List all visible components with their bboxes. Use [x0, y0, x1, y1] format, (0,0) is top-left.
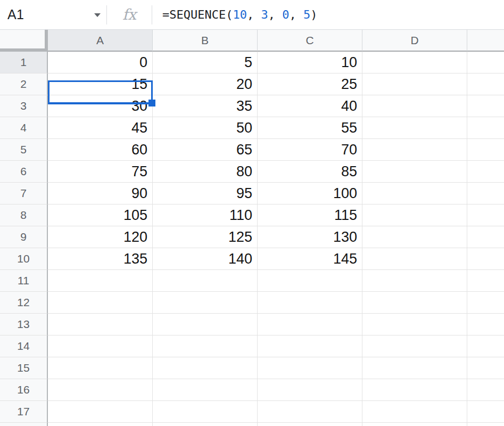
- cell-C1[interactable]: 10: [258, 52, 362, 73]
- cell-partial-9[interactable]: [467, 226, 504, 248]
- cell-A16[interactable]: [48, 379, 153, 401]
- row-header-17[interactable]: 17: [0, 401, 48, 423]
- cell-C15[interactable]: [258, 357, 362, 379]
- cell-C2[interactable]: 25: [258, 73, 362, 95]
- cell-D1[interactable]: [362, 52, 467, 73]
- column-header-b[interactable]: B: [153, 30, 258, 52]
- row-header-11[interactable]: 11: [0, 270, 48, 292]
- cell-D14[interactable]: [362, 335, 467, 357]
- cell-partial-2[interactable]: [467, 73, 504, 95]
- cell-B15[interactable]: [153, 357, 258, 379]
- row-header-14[interactable]: 14: [0, 335, 48, 357]
- cell-B5[interactable]: 65: [153, 139, 258, 161]
- cell-C8[interactable]: 115: [258, 204, 362, 226]
- cell-D6[interactable]: [362, 161, 467, 183]
- cell-partial-11[interactable]: [467, 270, 504, 292]
- cell-D13[interactable]: [362, 314, 467, 335]
- cell-A17[interactable]: [48, 401, 153, 423]
- row-header-9[interactable]: 9: [0, 226, 48, 248]
- chevron-down-icon[interactable]: [94, 13, 101, 17]
- row-header-13[interactable]: 13: [0, 314, 48, 335]
- cell-partial[interactable]: [48, 423, 153, 426]
- cell-C11[interactable]: [258, 270, 362, 292]
- row-header-7[interactable]: 7: [0, 183, 48, 204]
- cell-partial[interactable]: [467, 423, 504, 426]
- row-header-partial[interactable]: [0, 423, 48, 426]
- cell-B16[interactable]: [153, 379, 258, 401]
- cell-D7[interactable]: [362, 183, 467, 204]
- cell-B10[interactable]: 140: [153, 248, 258, 270]
- cell-B11[interactable]: [153, 270, 258, 292]
- cell-A10[interactable]: 135: [48, 248, 153, 270]
- cell-B4[interactable]: 50: [153, 117, 258, 139]
- cell-C5[interactable]: 70: [258, 139, 362, 161]
- cell-partial-15[interactable]: [467, 357, 504, 379]
- cell-partial-5[interactable]: [467, 139, 504, 161]
- cell-A11[interactable]: [48, 270, 153, 292]
- cell-B13[interactable]: [153, 314, 258, 335]
- cell-B6[interactable]: 80: [153, 161, 258, 183]
- cell-B14[interactable]: [153, 335, 258, 357]
- cell-D3[interactable]: [362, 95, 467, 117]
- cell-partial-16[interactable]: [467, 379, 504, 401]
- cell-C17[interactable]: [258, 401, 362, 423]
- cell-D12[interactable]: [362, 292, 467, 314]
- cell-A4[interactable]: 45: [48, 117, 153, 139]
- row-header-10[interactable]: 10: [0, 248, 48, 270]
- cell-D17[interactable]: [362, 401, 467, 423]
- cell-B8[interactable]: 110: [153, 204, 258, 226]
- cell-C14[interactable]: [258, 335, 362, 357]
- cell-A12[interactable]: [48, 292, 153, 314]
- cell-D9[interactable]: [362, 226, 467, 248]
- formula-input[interactable]: =SEQUENCE(10, 3, 0, 5): [152, 0, 504, 29]
- cell-B3[interactable]: 35: [153, 95, 258, 117]
- cell-A8[interactable]: 105: [48, 204, 153, 226]
- column-header-c[interactable]: C: [258, 30, 362, 52]
- cell-A3[interactable]: 30: [48, 95, 153, 117]
- cell-D5[interactable]: [362, 139, 467, 161]
- row-header-15[interactable]: 15: [0, 357, 48, 379]
- cell-C12[interactable]: [258, 292, 362, 314]
- cell-partial-6[interactable]: [467, 161, 504, 183]
- cell-A7[interactable]: 90: [48, 183, 153, 204]
- cell-B17[interactable]: [153, 401, 258, 423]
- cell-C7[interactable]: 100: [258, 183, 362, 204]
- cell-D2[interactable]: [362, 73, 467, 95]
- cell-D10[interactable]: [362, 248, 467, 270]
- column-header-a[interactable]: A: [48, 30, 153, 52]
- cell-partial-4[interactable]: [467, 117, 504, 139]
- cell-partial[interactable]: [258, 423, 362, 426]
- column-header-d[interactable]: D: [362, 30, 467, 52]
- cell-D16[interactable]: [362, 379, 467, 401]
- cell-A9[interactable]: 120: [48, 226, 153, 248]
- row-header-12[interactable]: 12: [0, 292, 48, 314]
- cell-partial-10[interactable]: [467, 248, 504, 270]
- cell-A2[interactable]: 15: [48, 73, 153, 95]
- row-header-2[interactable]: 2: [0, 73, 48, 95]
- cell-A6[interactable]: 75: [48, 161, 153, 183]
- cell-C13[interactable]: [258, 314, 362, 335]
- cell-A14[interactable]: [48, 335, 153, 357]
- column-header-partial[interactable]: [467, 30, 504, 52]
- row-header-8[interactable]: 8: [0, 204, 48, 226]
- cell-partial-12[interactable]: [467, 292, 504, 314]
- cell-D8[interactable]: [362, 204, 467, 226]
- cell-B2[interactable]: 20: [153, 73, 258, 95]
- cell-name-box[interactable]: A1: [0, 0, 106, 29]
- cell-B9[interactable]: 125: [153, 226, 258, 248]
- select-all-corner[interactable]: [0, 30, 48, 52]
- cell-B12[interactable]: [153, 292, 258, 314]
- cell-C9[interactable]: 130: [258, 226, 362, 248]
- cell-C3[interactable]: 40: [258, 95, 362, 117]
- cell-partial-3[interactable]: [467, 95, 504, 117]
- cell-partial-13[interactable]: [467, 314, 504, 335]
- row-header-16[interactable]: 16: [0, 379, 48, 401]
- cell-D11[interactable]: [362, 270, 467, 292]
- row-header-4[interactable]: 4: [0, 117, 48, 139]
- cell-partial-8[interactable]: [467, 204, 504, 226]
- cell-B7[interactable]: 95: [153, 183, 258, 204]
- cell-C6[interactable]: 85: [258, 161, 362, 183]
- cell-A13[interactable]: [48, 314, 153, 335]
- cell-A15[interactable]: [48, 357, 153, 379]
- cell-partial-14[interactable]: [467, 335, 504, 357]
